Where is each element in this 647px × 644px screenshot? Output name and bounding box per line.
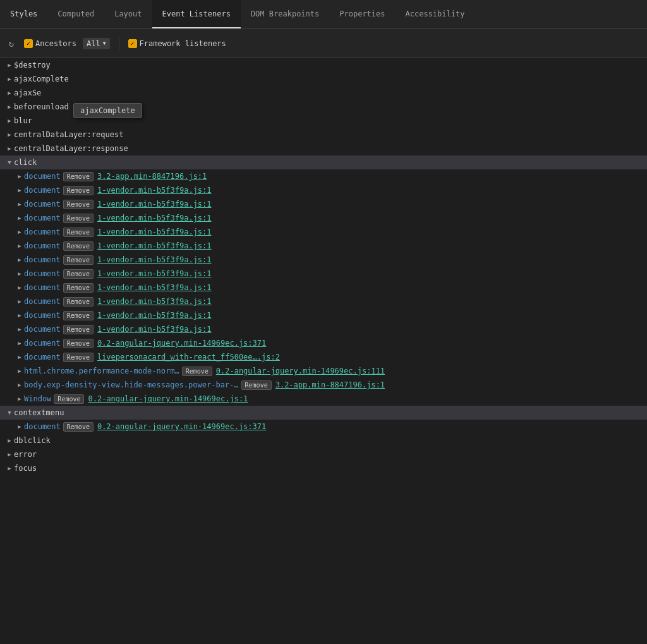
click-node-16: body.exp-density-view.hide-messages.powe… (24, 380, 239, 389)
event-group-focus[interactable]: focus (0, 461, 647, 475)
event-name-ajaxcomplete: ajaxComplete (14, 75, 69, 83)
click-child-12[interactable]: document Remove 1-vendor.min-b5f3f9a.js:… (0, 322, 647, 336)
remove-btn-click-14[interactable]: Remove (63, 353, 94, 362)
remove-btn-click-7[interactable]: Remove (63, 255, 94, 265)
remove-btn-click-2[interactable]: Remove (63, 186, 94, 195)
remove-btn-click-5[interactable]: Remove (63, 228, 94, 237)
child-triangle-10 (15, 298, 24, 305)
tab-computed[interactable]: Computed (47, 0, 104, 28)
click-file-11[interactable]: 1-vendor.min-b5f3f9a.js:1 (97, 311, 212, 320)
click-node-7: document (24, 255, 61, 264)
ancestors-checkbox[interactable]: ✓ (24, 39, 33, 48)
event-group-contextmenu[interactable]: contextmenu (0, 406, 647, 420)
child-triangle-17 (15, 396, 24, 402)
event-group-ajaxse[interactable]: ajaxSe (0, 86, 647, 100)
child-triangle-11 (15, 312, 24, 319)
click-file-1[interactable]: 3.2-app.min-8847196.js:1 (97, 172, 207, 181)
click-child-17[interactable]: Window Remove 0.2-angular-jquery.min-149… (0, 392, 647, 406)
click-child-10[interactable]: document Remove 1-vendor.min-b5f3f9a.js:… (0, 295, 647, 308)
event-group-ajaxcomplete[interactable]: ajaxComplete (0, 72, 647, 86)
filter-dropdown[interactable]: All ▼ (83, 38, 110, 49)
click-node-3: document (24, 200, 61, 209)
click-file-6[interactable]: 1-vendor.min-b5f3f9a.js:1 (97, 241, 212, 250)
remove-btn-click-10[interactable]: Remove (63, 297, 94, 307)
remove-btn-click-16[interactable]: Remove (241, 380, 272, 390)
click-child-7[interactable]: document Remove 1-vendor.min-b5f3f9a.js:… (0, 253, 647, 267)
event-name-cdl-response: centralDataLayer:response (14, 144, 128, 153)
click-child-15[interactable]: html.chrome.performance-mode-norm… Remov… (0, 364, 647, 378)
remove-btn-click-8[interactable]: Remove (63, 269, 94, 279)
click-child-13[interactable]: document Remove 0.2-angular-jquery.min-1… (0, 336, 647, 350)
click-child-2[interactable]: document Remove 1-vendor.min-b5f3f9a.js:… (0, 183, 647, 197)
framework-checkbox[interactable]: ✓ (128, 39, 137, 48)
click-file-12[interactable]: 1-vendor.min-b5f3f9a.js:1 (97, 325, 212, 334)
click-file-8[interactable]: 1-vendor.min-b5f3f9a.js:1 (97, 269, 212, 278)
triangle-icon-beforeunload (5, 102, 14, 111)
tab-layout[interactable]: Layout (104, 0, 152, 28)
remove-btn-click-6[interactable]: Remove (63, 241, 94, 251)
click-child-3[interactable]: document Remove 1-vendor.min-b5f3f9a.js:… (0, 197, 647, 211)
tab-accessibility[interactable]: Accessibility (396, 0, 475, 28)
click-file-14[interactable]: livepersonacard_with-react_ff500ee….js:2 (97, 353, 280, 361)
click-node-4: document (24, 214, 61, 222)
click-file-10[interactable]: 1-vendor.min-b5f3f9a.js:1 (97, 297, 212, 306)
click-file-3[interactable]: 1-vendor.min-b5f3f9a.js:1 (97, 200, 212, 209)
click-child-9[interactable]: document Remove 1-vendor.min-b5f3f9a.js:… (0, 281, 647, 295)
remove-btn-click-1[interactable]: Remove (63, 172, 94, 181)
ancestors-label: Ancestors (35, 39, 76, 48)
click-file-17[interactable]: 0.2-angular-jquery.min-14969ec.js:1 (88, 394, 248, 403)
triangle-icon-destroy (5, 61, 14, 70)
click-file-7[interactable]: 1-vendor.min-b5f3f9a.js:1 (97, 255, 212, 264)
remove-btn-click-9[interactable]: Remove (63, 283, 94, 293)
click-child-4[interactable]: document Remove 1-vendor.min-b5f3f9a.js:… (0, 211, 647, 225)
framework-checkbox-label[interactable]: ✓ Framework listeners (128, 39, 226, 48)
tab-dom-breakpoints[interactable]: DOM Breakpoints (241, 0, 329, 28)
click-file-9[interactable]: 1-vendor.min-b5f3f9a.js:1 (97, 283, 212, 292)
tabs-bar: Styles Computed Layout Event Listeners D… (0, 0, 647, 29)
remove-btn-click-15[interactable]: Remove (182, 367, 212, 376)
tab-event-listeners[interactable]: Event Listeners (152, 0, 241, 28)
click-file-4[interactable]: 1-vendor.min-b5f3f9a.js:1 (97, 214, 212, 222)
click-child-16[interactable]: body.exp-density-view.hide-messages.powe… (0, 378, 647, 392)
event-group-error[interactable]: error (0, 447, 647, 461)
remove-btn-click-12[interactable]: Remove (63, 325, 94, 334)
contextmenu-file-1[interactable]: 0.2-angular-jquery.min-14969ec.js:371 (97, 422, 266, 431)
event-group-cdl-request[interactable]: centralDataLayer:request (0, 128, 647, 142)
click-child-8[interactable]: document Remove 1-vendor.min-b5f3f9a.js:… (0, 267, 647, 281)
remove-btn-click-13[interactable]: Remove (63, 339, 94, 348)
click-child-1[interactable]: document Remove 3.2-app.min-8847196.js:1 (0, 169, 647, 183)
remove-btn-cm-1[interactable]: Remove (63, 422, 94, 432)
event-group-dblclick[interactable]: dblclick (0, 434, 647, 447)
remove-btn-click-4[interactable]: Remove (63, 214, 94, 223)
event-listeners-panel[interactable]: $destroy ajaxComplete ajaxSe beforeunloa… (0, 58, 647, 644)
refresh-button[interactable]: ↻ (5, 37, 18, 50)
remove-btn-click-11[interactable]: Remove (63, 311, 94, 320)
triangle-icon-ajaxse (5, 88, 14, 97)
click-node-1: document (24, 172, 61, 181)
tab-styles[interactable]: Styles (0, 0, 47, 28)
triangle-icon-focus (5, 464, 14, 473)
click-file-2[interactable]: 1-vendor.min-b5f3f9a.js:1 (97, 186, 212, 195)
click-file-16[interactable]: 3.2-app.min-8847196.js:1 (275, 380, 385, 389)
tab-properties[interactable]: Properties (329, 0, 395, 28)
click-child-14[interactable]: document Remove livepersonacard_with-rea… (0, 350, 647, 364)
child-triangle-5 (15, 229, 24, 235)
click-child-5[interactable]: document Remove 1-vendor.min-b5f3f9a.js:… (0, 225, 647, 239)
event-group-destroy[interactable]: $destroy (0, 58, 647, 72)
click-child-6[interactable]: document Remove 1-vendor.min-b5f3f9a.js:… (0, 239, 647, 253)
click-child-11[interactable]: document Remove 1-vendor.min-b5f3f9a.js:… (0, 308, 647, 322)
event-group-cdl-response[interactable]: centralDataLayer:response (0, 142, 647, 155)
child-triangle-16 (15, 382, 24, 388)
event-group-click[interactable]: click (0, 155, 647, 169)
remove-btn-click-3[interactable]: Remove (63, 200, 94, 209)
remove-btn-click-17[interactable]: Remove (54, 394, 84, 404)
click-file-13[interactable]: 0.2-angular-jquery.min-14969ec.js:371 (97, 339, 266, 348)
toolbar: ↻ ✓ Ancestors All ▼ ✓ Framework listener… (0, 29, 647, 58)
click-file-15[interactable]: 0.2-angular-jquery.min-14969ec.js:111 (216, 367, 385, 375)
event-name-ajaxse: ajaxSe (14, 88, 41, 97)
dropdown-arrow-icon: ▼ (103, 40, 106, 46)
contextmenu-child-1[interactable]: document Remove 0.2-angular-jquery.min-1… (0, 420, 647, 434)
click-file-5[interactable]: 1-vendor.min-b5f3f9a.js:1 (97, 228, 212, 236)
ancestors-checkbox-label[interactable]: ✓ Ancestors (24, 39, 76, 48)
click-node-8: document (24, 269, 61, 278)
